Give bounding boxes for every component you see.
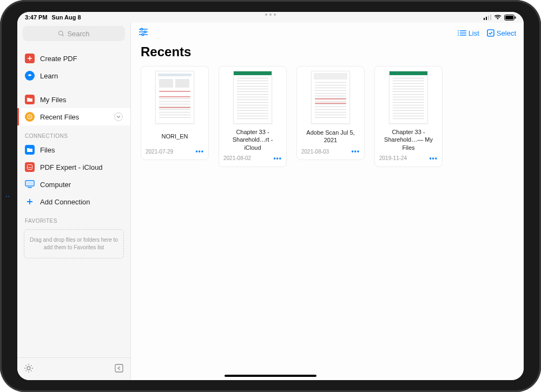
svg-rect-6 [515,16,516,18]
pdfexpert-icloud-icon [25,162,35,172]
list-icon [458,30,466,36]
file-title: Adobe Scan Jul 5, 2021 [301,128,360,144]
page-title: Recents [131,43,524,66]
frame-accent: •• [6,195,10,198]
svg-rect-15 [115,364,123,372]
battery-icon [504,15,516,21]
sidebar-item-label: Learn [40,72,58,80]
more-button[interactable]: ••• [195,148,204,155]
file-date: 2021-08-02 [223,155,251,161]
learn-icon [25,71,35,81]
filter-button[interactable] [138,28,148,38]
sidebar-item-label: My Files [40,96,66,104]
search-icon [58,30,64,37]
svg-point-27 [458,35,459,36]
filter-icon [138,28,148,36]
sidebar-item-label: Add Connection [40,198,90,206]
home-indicator[interactable] [225,375,316,377]
list-label: List [469,29,479,37]
recents-grid: NORI_EN 2021-07-29 ••• Chapter 33 - Shar… [131,66,524,167]
sidebar-item-pdfexpert-icloud[interactable]: PDF Expert - iCloud [17,158,130,176]
file-card[interactable]: Chapter 33 - Sharehold…rt - iCloud 2021-… [219,66,287,167]
more-button[interactable]: ••• [273,155,282,162]
wifi-icon [494,15,502,20]
svg-point-14 [27,367,30,370]
recent-icon [25,112,35,122]
main-panel: List Select Recents [131,23,524,380]
toolbar: List Select [131,23,524,43]
list-view-button[interactable]: List [458,29,479,37]
svg-rect-10 [28,165,32,170]
sidebar-item-computer[interactable]: Computer [17,176,130,193]
sidebar-item-label: Recent Files [40,113,79,121]
sidebar-item-add-connection[interactable]: Add Connection [17,193,130,210]
more-button[interactable]: ••• [429,155,438,162]
svg-rect-13 [28,187,32,188]
sidebar-item-learn[interactable]: Learn [17,67,130,84]
select-icon [487,29,494,37]
search-input[interactable]: Search [23,26,125,41]
gear-icon [24,363,34,373]
svg-rect-5 [505,16,513,19]
create-pdf-icon [25,54,35,63]
file-thumbnail [389,71,428,124]
file-card[interactable]: NORI_EN 2021-07-29 ••• [141,66,209,160]
sidebar-item-recent-files[interactable]: Recent Files [17,108,130,125]
sidebar-item-my-files[interactable]: My Files [17,91,130,108]
sidebar-item-create-pdf[interactable]: Create PDF [17,50,130,67]
section-favorites: FAVORITES [17,210,130,226]
file-title: Chapter 33 - Sharehold…— My Files [379,128,438,151]
computer-icon [25,180,35,189]
plus-icon [25,197,35,207]
collapse-sidebar-button[interactable] [114,363,124,375]
file-date: 2021-07-29 [146,149,173,155]
file-thumbnail [155,71,194,124]
file-card[interactable]: Chapter 33 - Sharehold…— My Files 2019-1… [374,66,443,167]
status-time: 3:47 PM [25,14,48,21]
svg-rect-0 [484,18,485,20]
svg-point-25 [458,30,459,31]
myfiles-icon [25,95,35,104]
sidebar-item-label: Create PDF [40,55,77,63]
chevron-down-icon[interactable] [114,112,123,121]
sidebar-item-label: Computer [40,181,71,189]
files-icon [25,145,35,155]
svg-rect-2 [488,16,489,20]
sidebar-footer [17,357,130,380]
sidebar: Search Create PDF Learn [17,23,131,380]
svg-point-21 [142,34,143,35]
svg-line-8 [63,35,64,36]
svg-rect-1 [486,17,487,20]
file-thumbnail [233,71,272,124]
file-card[interactable]: Adobe Scan Jul 5, 2021 2021-08-03 ••• [296,66,365,160]
svg-rect-3 [490,15,491,20]
cellular-icon [484,15,491,20]
svg-point-17 [141,28,142,30]
select-label: Select [497,29,516,37]
sidebar-item-files[interactable]: Files [17,141,130,158]
more-button[interactable]: ••• [351,148,360,155]
svg-point-19 [144,31,146,32]
section-connections: CONNECTIONS [17,125,130,141]
file-title: NORI_EN [162,128,188,144]
svg-point-7 [59,31,63,36]
collapse-icon [114,363,124,373]
file-title: Chapter 33 - Sharehold…rt - iCloud [223,128,282,151]
multitask-dots[interactable] [265,14,276,16]
settings-button[interactable] [24,363,34,375]
favorites-dropzone[interactable]: Drag and drop files or folders here to a… [24,229,124,258]
file-date: 2021-08-03 [301,149,329,155]
sidebar-item-label: Files [40,146,55,154]
svg-point-26 [458,32,459,34]
status-date: Sun Aug 8 [52,14,81,21]
svg-rect-12 [27,182,33,185]
select-button[interactable]: Select [487,29,516,37]
file-thumbnail [311,71,350,124]
search-placeholder: Search [67,30,89,38]
file-date: 2019-11-24 [379,155,407,161]
sidebar-item-label: PDF Expert - iCloud [40,163,103,171]
